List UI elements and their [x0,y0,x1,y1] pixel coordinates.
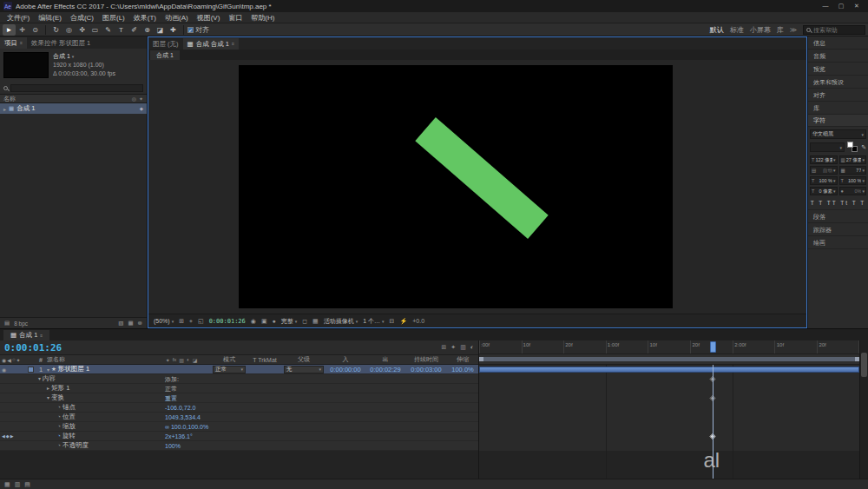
panel-tab-tracker[interactable]: 跟踪器 [808,223,868,236]
font-size-field[interactable]: T 122 像素 ▾ [810,155,838,164]
puppet-pin-tool-icon[interactable]: ✚ [167,24,180,36]
new-folder-icon[interactable]: ▧ [118,320,123,327]
stopwatch-icon[interactable]: ◔ [57,442,61,448]
rotation-tool-icon[interactable]: ↻ [49,24,62,36]
menu-effect[interactable]: 效果(T) [129,12,161,23]
color-depth-label[interactable]: 8 bpc [14,320,28,327]
stopwatch-icon[interactable]: ◔ [57,423,61,429]
close-button[interactable]: ✕ [849,0,865,12]
fast-preview-icon[interactable]: ⚡ [399,318,407,325]
panel-menu-icon[interactable]: ≡ [232,38,234,50]
magnification-select[interactable]: (50%) ▾ [154,318,174,324]
name-column-header[interactable]: 名称 [3,95,16,103]
leading-field[interactable]: ▤ 自动 ▾ [810,166,838,175]
blend-mode-select[interactable]: 正常▾ [213,366,246,373]
scrollbar-thumb[interactable] [861,353,867,377]
tab-layer-viewer[interactable]: 图层 (无) [148,38,183,50]
zoom-tool-icon[interactable]: ⊙ [29,24,42,36]
layer-out-value[interactable]: 0:00:02:29 [365,366,405,373]
mask-visibility-icon[interactable]: ◱ [198,318,204,325]
tsume-field[interactable]: ● 0% ▾ [839,187,867,195]
tab-effect-controls[interactable]: 效果控件 形状图层 1 [27,37,95,49]
property-name[interactable]: 不透明度 [62,441,89,449]
layer-in-value[interactable]: 0:00:00:00 [326,366,365,373]
snap-checkbox-icon[interactable]: ✓ [187,27,194,33]
label-color-swatch[interactable] [28,367,34,373]
previous-keyframe-icon[interactable]: ◀ [2,433,5,439]
maximize-button[interactable]: ▢ [833,0,849,12]
stroke-width-field[interactable]: ▥ 27 像素 ▾ [839,155,867,164]
property-name[interactable]: 锚点 [62,403,76,411]
shape-rectangle[interactable] [415,117,548,239]
position-value[interactable]: 1049.3,534.4 [165,413,201,422]
region-of-interest-icon[interactable]: ◻ [302,318,307,325]
chevron-right-icon[interactable]: ▸ [3,106,6,112]
hand-tool-icon[interactable]: ✛ [16,24,29,36]
menu-layer[interactable]: 图层(L) [98,12,129,23]
viewer-timecode[interactable]: 0:00:01:26 [209,318,246,325]
ruler-crosshair-icon[interactable]: ⌖ [189,318,193,325]
workspace-small-screen[interactable]: 小屏幕 [750,25,771,35]
filter-icon[interactable]: ✦ [139,96,143,102]
help-search-box[interactable] [803,25,865,35]
panel-menu-icon[interactable]: ≡ [40,330,43,340]
help-search-input[interactable] [813,27,862,33]
add-button[interactable]: 添加: [165,374,179,384]
panel-tab-audio[interactable]: 音频 [808,50,868,63]
baseline-shift-field[interactable]: T 0 像素 ▾ [810,187,838,195]
eyedropper-icon[interactable]: ✎ [861,144,866,151]
chevron-down-icon[interactable]: ▾ [72,54,75,59]
fill-color-swatch[interactable] [847,142,853,148]
motion-blur-icon[interactable]: ◐ [470,344,474,351]
channels-icon[interactable]: ● [273,318,276,324]
resolution-select[interactable]: 完整 ▾ [281,317,298,326]
property-name[interactable]: 旋转 [62,432,76,439]
minimize-button[interactable]: — [818,0,833,12]
tab-project[interactable]: 项目 ≡ [0,37,27,49]
trkmat-column[interactable]: T TrkMat [247,357,282,363]
property-name[interactable]: 缩放 [62,422,76,430]
panel-tab-align[interactable]: 对齐 [808,89,868,102]
expand-arrow-icon[interactable]: ▾ [47,367,49,373]
pixel-aspect-icon[interactable]: ⊟ [390,318,395,325]
sort-icon[interactable]: ◎ [132,96,136,102]
show-snapshot-icon[interactable]: ▣ [261,318,267,325]
property-row-rotation[interactable]: ◀ ◆ ▶ ◔旋转 2x+136.1° [0,432,478,441]
comp-mini-tab[interactable]: 合成 1 [150,50,180,60]
rotation-value[interactable]: 2x+136.1° [165,432,193,441]
track-area[interactable]: al [479,365,859,479]
menu-help[interactable]: 帮助(H) [247,12,279,23]
exposure-value[interactable]: +0.0 [412,318,424,324]
layer-duration-bar[interactable] [479,367,859,373]
panel-tab-effects-presets[interactable]: 效果和预设 [808,76,868,89]
snap-toggle[interactable]: ✓ 对齐 [187,25,209,35]
pan-behind-tool-icon[interactable]: ✜ [76,24,89,36]
property-row-scale[interactable]: ◔缩放 ∞ 100.0,100.0% [0,422,478,432]
property-row-rectangle-1[interactable]: ▸ 矩形 1 正常 [0,384,478,393]
stopwatch-active-icon[interactable]: ◔ [57,433,61,439]
layer-name[interactable]: 形状图层 1 [58,365,89,373]
mini-flowchart-icon[interactable]: ⊞ [441,344,446,351]
expand-arrow-icon[interactable]: ▾ [47,395,49,400]
menu-edit[interactable]: 编辑(E) [34,12,66,23]
workspace-default[interactable]: 默认 [710,25,724,35]
project-item-comp-1[interactable]: ▸ ▦ 合成 1 ◆ [0,103,147,114]
property-name[interactable]: 矩形 1 [51,384,69,392]
next-keyframe-icon[interactable]: ▶ [10,433,14,439]
panel-tab-character[interactable]: 字符 [808,115,868,127]
brush-tool-icon[interactable]: ✐ [128,24,141,36]
group-blend-mode-select[interactable]: 正常 [165,384,177,393]
timeline-vertical-scrollbar[interactable] [859,340,868,479]
add-keyframe-icon[interactable]: ◆ [6,433,10,439]
panel-tab-info[interactable]: 信息 [808,36,868,50]
current-timecode[interactable]: 0:00:01:26 [4,342,62,354]
camera-view-select[interactable]: 活动摄像机 ▾ [324,317,358,326]
shape-tool-icon[interactable]: ▭ [89,24,102,36]
eraser-tool-icon[interactable]: ◪ [154,24,167,36]
current-time-indicator-handle[interactable] [710,341,716,353]
stretch-column[interactable]: 伸缩 [447,355,478,364]
menu-view[interactable]: 视图(V) [193,12,225,23]
mode-column[interactable]: 模式 [211,355,247,364]
project-search-input[interactable] [10,84,143,92]
panel-tab-libraries[interactable]: 库 [808,102,868,115]
